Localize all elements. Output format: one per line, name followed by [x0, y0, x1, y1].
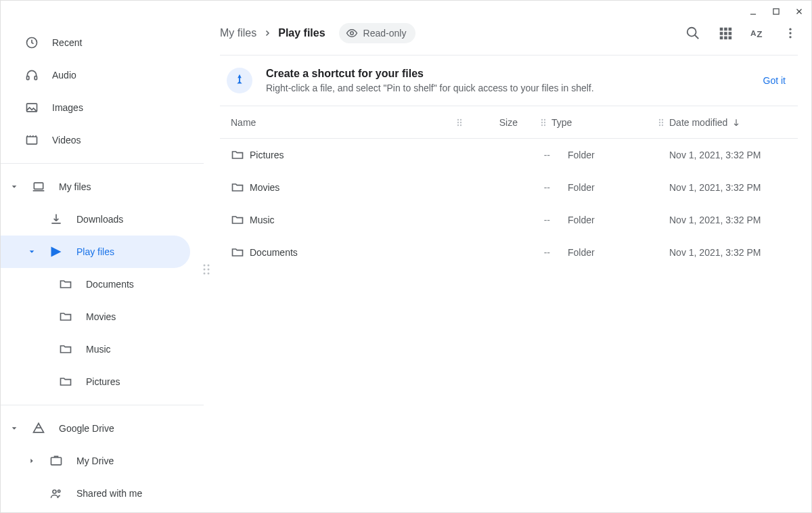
sidebar-item-myfiles[interactable]: My files: [1, 171, 190, 203]
svg-rect-0: [773, 9, 779, 14]
column-date-label: Date modified: [669, 117, 727, 128]
chevron-right-icon: [263, 29, 271, 37]
sidebar-item-movies[interactable]: Movies: [1, 300, 190, 333]
svg-point-34: [457, 121, 459, 122]
table-row[interactable]: Pictures -- Folder Nov 1, 2021, 3:32 PM: [220, 139, 798, 171]
sidebar-item-my-drive[interactable]: My Drive: [1, 445, 190, 477]
sidebar-item-label: Play files: [76, 246, 114, 257]
svg-rect-24: [720, 37, 723, 40]
column-type-header[interactable]: Type: [551, 117, 653, 128]
window-maximize-button[interactable]: [770, 5, 782, 18]
breadcrumb-current: Play files: [278, 27, 325, 39]
sidebar-item-label: Google Drive: [59, 423, 114, 434]
row-type: Folder: [568, 215, 669, 225]
sidebar-item-documents[interactable]: Documents: [1, 268, 190, 300]
column-grip-icon[interactable]: [451, 118, 468, 127]
download-icon: [49, 213, 63, 226]
sidebar-item-label: Videos: [52, 135, 81, 146]
column-grip-icon[interactable]: [653, 118, 669, 127]
column-grip-icon[interactable]: [535, 118, 551, 127]
folder-icon: [227, 148, 250, 162]
svg-text:A: A: [750, 28, 757, 38]
svg-rect-3: [35, 76, 37, 80]
sidebar-item-label: Shared with me: [76, 488, 142, 499]
sidebar-item-shared[interactable]: Shared with me: [1, 477, 190, 510]
svg-point-35: [460, 121, 461, 122]
row-type: Folder: [568, 247, 669, 258]
column-size-header[interactable]: Size: [468, 117, 535, 128]
svg-point-16: [350, 32, 353, 35]
drive-icon: [32, 422, 45, 435]
sidebar-item-videos[interactable]: Videos: [1, 124, 190, 156]
svg-point-31: [789, 36, 791, 38]
folder-icon: [59, 342, 72, 356]
svg-point-32: [457, 118, 459, 120]
svg-rect-22: [724, 32, 727, 35]
sidebar-item-audio[interactable]: Audio: [1, 59, 190, 91]
svg-point-48: [659, 124, 660, 125]
svg-point-40: [541, 121, 543, 122]
svg-point-8: [53, 490, 56, 493]
eye-icon: [346, 27, 358, 39]
row-type: Folder: [568, 182, 669, 193]
sort-desc-icon: [731, 118, 741, 127]
sidebar-item-images[interactable]: Images: [1, 91, 190, 124]
row-size: --: [500, 150, 568, 160]
sidebar-item-downloads[interactable]: Downloads: [1, 203, 190, 236]
window-close-button[interactable]: [793, 5, 805, 18]
sidebar-item-label: Images: [52, 102, 83, 113]
row-name: Movies: [250, 182, 500, 193]
breadcrumb-parent[interactable]: My files: [220, 27, 256, 39]
svg-rect-21: [720, 32, 723, 35]
svg-rect-2: [27, 76, 29, 80]
svg-point-17: [687, 28, 696, 37]
sidebar-item-recent[interactable]: Recent: [1, 26, 190, 59]
svg-rect-18: [720, 28, 723, 31]
svg-point-36: [457, 124, 459, 125]
clock-icon: [25, 36, 39, 49]
main-panel: My files Play files Read-only: [204, 1, 811, 512]
table-row[interactable]: Music -- Folder Nov 1, 2021, 3:32 PM: [220, 204, 798, 236]
sidebar-item-music[interactable]: Music: [1, 333, 190, 365]
search-button[interactable]: [685, 26, 700, 41]
row-date: Nov 1, 2021, 3:32 PM: [669, 182, 791, 193]
table-row[interactable]: Documents -- Folder Nov 1, 2021, 3:32 PM: [220, 236, 798, 269]
sidebar-item-playfiles[interactable]: Play files: [1, 236, 190, 268]
chevron-down-icon: [10, 425, 18, 432]
svg-rect-5: [27, 137, 37, 144]
row-name: Pictures: [250, 150, 500, 160]
sidebar-item-label: Music: [86, 344, 111, 355]
sidebar-item-label: Recent: [52, 37, 82, 48]
readonly-chip: Read-only: [339, 23, 416, 43]
more-menu-button[interactable]: [783, 26, 798, 41]
folder-icon: [227, 181, 250, 194]
mydrive-icon: [49, 454, 63, 468]
sort-button[interactable]: AZ: [750, 26, 765, 41]
svg-point-42: [541, 124, 543, 125]
svg-point-49: [662, 124, 663, 125]
people-icon: [49, 487, 63, 500]
image-icon: [25, 101, 39, 114]
readonly-label: Read-only: [363, 28, 407, 39]
folder-icon: [59, 375, 72, 388]
svg-point-47: [662, 121, 663, 122]
sidebar-item-pictures[interactable]: Pictures: [1, 365, 190, 398]
chevron-right-icon: [28, 458, 36, 464]
table-row[interactable]: Movies -- Folder Nov 1, 2021, 3:32 PM: [220, 171, 798, 204]
banner-gotit-button[interactable]: Got it: [763, 75, 791, 86]
window-minimize-button[interactable]: [747, 5, 759, 18]
row-name: Documents: [250, 247, 500, 258]
svg-point-38: [541, 118, 543, 120]
column-name-header[interactable]: Name: [231, 117, 256, 128]
pin-banner: Create a shortcut for your files Right-c…: [220, 55, 798, 106]
svg-point-39: [544, 118, 545, 120]
table-header: Name Size Type Date modified: [220, 106, 798, 139]
svg-point-43: [544, 124, 545, 125]
film-icon: [25, 133, 39, 147]
view-grid-button[interactable]: [718, 26, 733, 41]
row-date: Nov 1, 2021, 3:32 PM: [669, 150, 791, 160]
sidebar-item-google-drive[interactable]: Google Drive: [1, 412, 190, 445]
file-list: Pictures -- Folder Nov 1, 2021, 3:32 PM …: [220, 139, 798, 269]
column-date-header[interactable]: Date modified: [669, 117, 791, 128]
svg-point-44: [659, 118, 660, 120]
